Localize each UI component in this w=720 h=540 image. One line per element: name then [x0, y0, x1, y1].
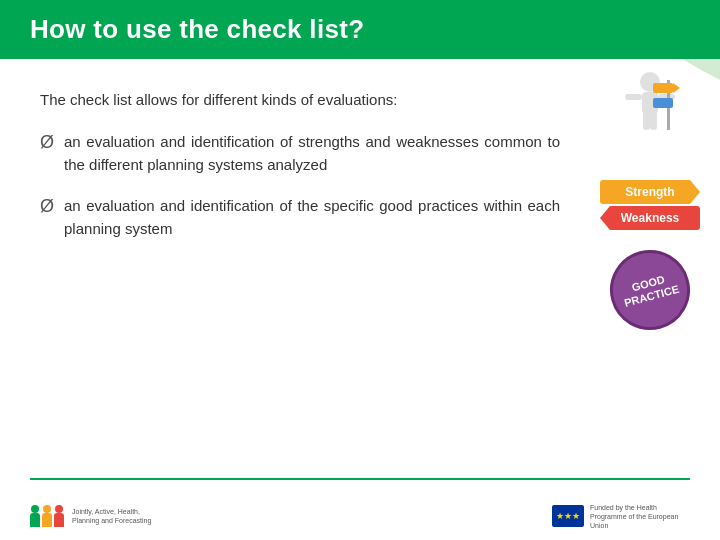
- strength-badge: Strength: [600, 180, 700, 204]
- page-title: How to use the check list?: [30, 14, 690, 45]
- strength-weakness-signs: Strength Weakness: [600, 180, 700, 230]
- svg-rect-7: [653, 83, 673, 93]
- bullet-text-1: an evaluation and identification of stre…: [64, 130, 560, 177]
- footer-org-name: Jointly, Active, Health, Planning and Fo…: [72, 507, 162, 525]
- svg-rect-5: [650, 112, 657, 130]
- title-bar: How to use the check list?: [0, 0, 720, 59]
- svg-rect-2: [625, 94, 642, 100]
- svg-marker-8: [673, 83, 680, 93]
- person-signpost-icon: [615, 70, 685, 160]
- good-practice-stamp: GOOD PRACTICE: [610, 250, 690, 330]
- bullet-arrow-1: Ø: [40, 132, 54, 153]
- footer-person-icons: [30, 505, 64, 527]
- person-icon-2: [42, 505, 52, 527]
- stamp-circle: GOOD PRACTICE: [601, 241, 699, 339]
- eu-funded-text: Funded by the Health Programme of the Eu…: [590, 503, 690, 530]
- person-icon-1: [30, 505, 40, 527]
- svg-rect-9: [653, 98, 673, 108]
- bullet-section-2: Ø an evaluation and identification of th…: [40, 194, 560, 241]
- bullet-text-2: an evaluation and identification of the …: [64, 194, 560, 241]
- eu-flag: ★★★ Funded by the Health Programme of th…: [552, 503, 690, 530]
- footer: Jointly, Active, Health, Planning and Fo…: [0, 503, 720, 530]
- side-images: Strength Weakness GOOD PRACTICE: [600, 70, 700, 330]
- slide: How to use the check list? The check lis…: [0, 0, 720, 540]
- footer-right: ★★★ Funded by the Health Programme of th…: [552, 503, 690, 530]
- bottom-separator: [30, 478, 690, 480]
- footer-logo-left: Jointly, Active, Health, Planning and Fo…: [30, 505, 162, 527]
- bullet-section-1: Ø an evaluation and identification of st…: [40, 130, 560, 177]
- weakness-badge: Weakness: [600, 206, 700, 230]
- bullet-arrow-2: Ø: [40, 196, 54, 217]
- person-icon-3: [54, 505, 64, 527]
- eu-emblem: ★★★: [552, 505, 584, 527]
- intro-text: The check list allows for different kind…: [40, 89, 540, 112]
- svg-rect-4: [643, 112, 650, 130]
